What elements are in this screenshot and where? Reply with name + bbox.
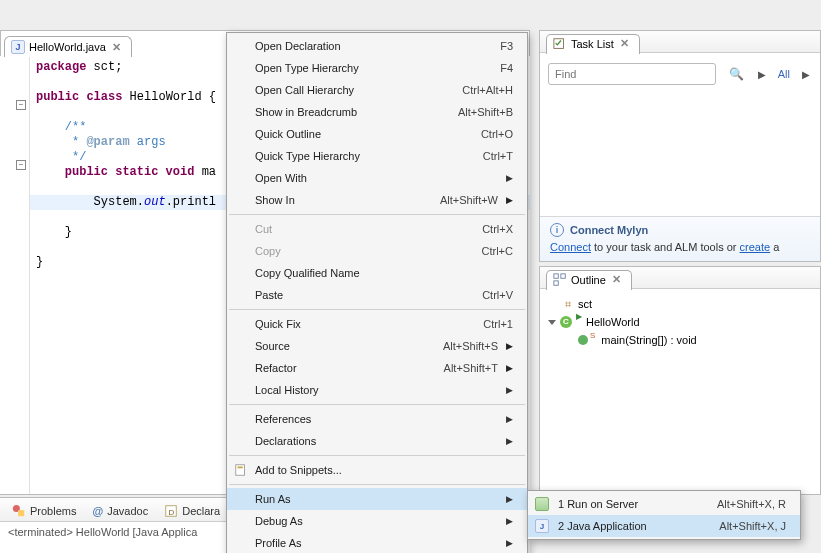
outline-title: Outline (571, 274, 606, 286)
submenu-arrow-icon: ▶ (498, 341, 513, 351)
menu-shortcut: Alt+Shift+X, J (707, 520, 786, 532)
submenu-item-label: 2 Java Application (558, 520, 647, 532)
menu-item-label: Copy Qualified Name (255, 267, 360, 279)
menu-item-label: Open Type Hierarchy (255, 62, 359, 74)
static-badge-icon: S (590, 327, 595, 345)
menu-separator (229, 214, 525, 215)
outline-class[interactable]: C▶ HelloWorld (548, 313, 812, 331)
menu-shortcut: Ctrl+X (470, 223, 513, 235)
method-icon (578, 335, 588, 345)
task-find-input[interactable] (548, 63, 716, 85)
menu-shortcut: Ctrl+1 (471, 318, 513, 330)
menu-item-run-as[interactable]: Run As▶ (227, 488, 527, 510)
fold-toggle-icon[interactable]: − (16, 160, 26, 170)
menu-item-source[interactable]: SourceAlt+Shift+S▶ (227, 335, 527, 357)
menu-item-open-with[interactable]: Open With▶ (227, 167, 527, 189)
menu-shortcut: Alt+Shift+T (432, 362, 498, 374)
problems-icon (12, 504, 26, 518)
menu-item-paste[interactable]: PasteCtrl+V (227, 284, 527, 306)
fold-toggle-icon[interactable]: − (16, 100, 26, 110)
close-icon[interactable]: ✕ (618, 37, 631, 50)
menu-item-references[interactable]: References▶ (227, 408, 527, 430)
tab-outline[interactable]: Outline ✕ (546, 270, 632, 290)
menu-shortcut: Ctrl+O (469, 128, 513, 140)
submenu-arrow-icon: ▶ (498, 363, 513, 373)
menu-item-label: Quick Type Hierarchy (255, 150, 360, 162)
menu-item-show-in[interactable]: Show InAlt+Shift+W▶ (227, 189, 527, 211)
outline-icon (553, 273, 567, 287)
menu-shortcut: Alt+Shift+X, R (705, 498, 786, 510)
chevron-right-icon[interactable]: ▶ (756, 69, 768, 80)
svg-rect-3 (554, 280, 558, 284)
menu-item-label: Cut (255, 223, 272, 235)
menu-item-declarations[interactable]: Declarations▶ (227, 430, 527, 452)
outline-tree: ⌗ sct C▶ HelloWorld S main(String[]) : v… (540, 289, 820, 355)
mylyn-create-link[interactable]: create (740, 241, 771, 253)
task-filter-all[interactable]: All (774, 68, 794, 80)
menu-separator (229, 309, 525, 310)
menu-shortcut: Ctrl+T (471, 150, 513, 162)
menu-item-debug-as[interactable]: Debug As▶ (227, 510, 527, 532)
info-icon: i (550, 223, 564, 237)
menu-item-label: Profile As (255, 537, 301, 549)
submenu-arrow-icon: ▶ (498, 195, 513, 205)
submenu-arrow-icon: ▶ (498, 538, 513, 548)
menu-item-quick-type-hierarchy[interactable]: Quick Type HierarchyCtrl+T (227, 145, 527, 167)
close-icon[interactable]: ✕ (110, 41, 123, 54)
mylyn-connect-link[interactable]: Connect (550, 241, 591, 253)
menu-item-profile-as[interactable]: Profile As▶ (227, 532, 527, 553)
menu-item-label: Quick Fix (255, 318, 301, 330)
editor-tab-helloworld[interactable]: J HelloWorld.java ✕ (4, 36, 132, 57)
menu-shortcut: Ctrl+C (470, 245, 513, 257)
class-icon: C (560, 316, 572, 328)
menu-item-label: Quick Outline (255, 128, 321, 140)
run-server-icon (534, 496, 550, 512)
menu-item-open-type-hierarchy[interactable]: Open Type HierarchyF4 (227, 57, 527, 79)
task-list-icon (553, 37, 567, 51)
menu-item-quick-fix[interactable]: Quick FixCtrl+1 (227, 313, 527, 335)
menu-item-local-history[interactable]: Local History▶ (227, 379, 527, 401)
svg-rect-8 (236, 465, 245, 476)
submenu-item-2-java-application[interactable]: J2 Java ApplicationAlt+Shift+X, J (528, 515, 800, 537)
menu-item-quick-outline[interactable]: Quick OutlineCtrl+O (227, 123, 527, 145)
tab-declaration[interactable]: D Declara (158, 502, 226, 520)
menu-item-show-in-breadcrumb[interactable]: Show in BreadcrumbAlt+Shift+B (227, 101, 527, 123)
menu-item-label: Open Declaration (255, 40, 341, 52)
menu-shortcut: Ctrl+Alt+H (450, 84, 513, 96)
outline-method[interactable]: S main(String[]) : void (548, 331, 812, 349)
menu-item-label: Debug As (255, 515, 303, 527)
svg-rect-2 (561, 273, 565, 277)
menu-item-open-call-hierarchy[interactable]: Open Call HierarchyCtrl+Alt+H (227, 79, 527, 101)
tab-task-list[interactable]: Task List ✕ (546, 34, 640, 54)
tab-problems[interactable]: Problems (6, 502, 82, 520)
menu-item-add-to-snippets[interactable]: Add to Snippets... (227, 459, 527, 481)
menu-separator (229, 455, 525, 456)
menu-shortcut: Alt+Shift+S (431, 340, 498, 352)
task-list-title: Task List (571, 38, 614, 50)
menu-shortcut: F4 (488, 62, 513, 74)
task-list-view: Task List ✕ 🔍 ▶ All ▶ i Connect Mylyn Co… (539, 30, 821, 262)
menu-item-label: Local History (255, 384, 319, 396)
menu-shortcut: Alt+Shift+B (446, 106, 513, 118)
svg-rect-9 (238, 467, 243, 469)
menu-item-refactor[interactable]: RefactorAlt+Shift+T▶ (227, 357, 527, 379)
package-icon: ⌗ (562, 298, 574, 310)
mylyn-text: Connect to your task and ALM tools or cr… (550, 241, 810, 253)
chevron-right-icon[interactable]: ▶ (800, 69, 812, 80)
menu-item-copy-qualified-name[interactable]: Copy Qualified Name (227, 262, 527, 284)
tab-javadoc[interactable]: @ Javadoc (86, 503, 154, 519)
mylyn-connect-panel: i Connect Mylyn Connect to your task and… (540, 216, 820, 261)
menu-item-label: Source (255, 340, 290, 352)
submenu-item-label: 1 Run on Server (558, 498, 638, 510)
close-icon[interactable]: ✕ (610, 273, 623, 286)
menu-item-label: References (255, 413, 311, 425)
outline-package[interactable]: ⌗ sct (548, 295, 812, 313)
submenu-arrow-icon: ▶ (498, 436, 513, 446)
menu-item-label: Copy (255, 245, 281, 257)
menu-item-open-declaration[interactable]: Open DeclarationF3 (227, 35, 527, 57)
declaration-icon: D (164, 504, 178, 518)
menu-item-label: Run As (255, 493, 290, 505)
submenu-item-1-run-on-server[interactable]: 1 Run on ServerAlt+Shift+X, R (528, 493, 800, 515)
search-icon[interactable]: 🔍 (729, 67, 744, 81)
expand-toggle-icon[interactable] (548, 320, 556, 325)
